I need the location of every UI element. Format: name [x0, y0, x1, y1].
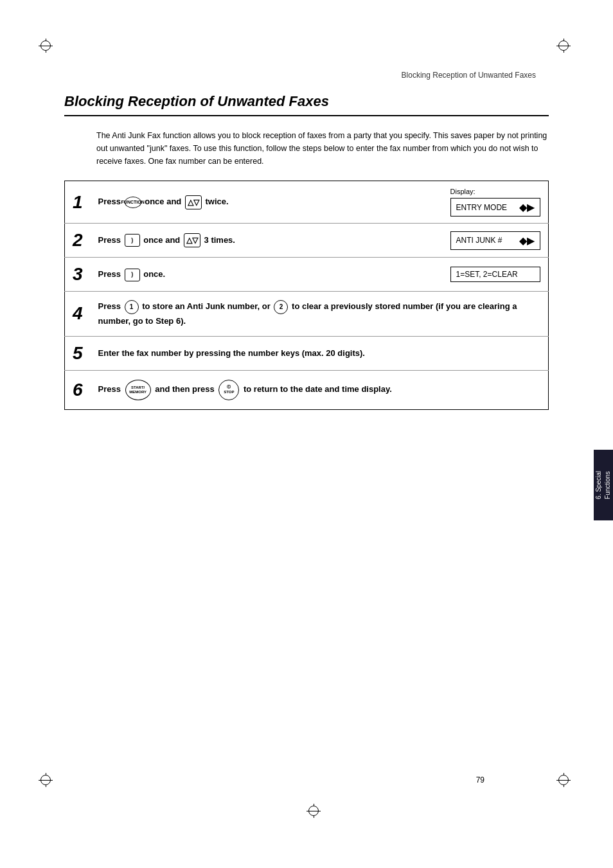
- step-4-content: Press 1 to store an Anti Junk number, or…: [91, 292, 549, 337]
- step-5-row: 5 Enter the fax number by pressing the n…: [65, 336, 549, 370]
- step-6-num: 6: [65, 370, 91, 409]
- set-button-icon-3: ): [125, 269, 140, 281]
- page-number: 79: [476, 775, 484, 784]
- step-5-num: 5: [65, 336, 91, 370]
- steps-table: 1 Press FUNCTION once and △▽ twice. Disp…: [64, 181, 549, 410]
- up-arrow-icon-2: △▽: [184, 233, 200, 247]
- step-6-content: Press START/MEMORY and then press ⒸSTOP …: [91, 370, 549, 409]
- set-button-icon-2: ): [125, 234, 140, 247]
- main-content: Blocking Reception of Unwanted Faxes The…: [64, 93, 549, 410]
- start-memory-button-icon: START/MEMORY: [125, 380, 151, 400]
- step-3-num: 3: [65, 258, 91, 292]
- function-button-icon: FUNCTION: [125, 197, 141, 208]
- step-1-display: Display: ENTRY MODE ◆▶: [443, 181, 549, 224]
- display-arrows-2: ◆▶: [519, 235, 535, 247]
- step-3-content: Press ) once.: [91, 258, 443, 292]
- display-box-3: 1=SET, 2=CLEAR: [450, 267, 541, 282]
- up-arrow-icon-1: △▽: [185, 195, 202, 209]
- display-label-1: Display:: [450, 188, 541, 195]
- page-header: Blocking Reception of Unwanted Faxes: [402, 71, 536, 80]
- stop-button-icon: ⒸSTOP: [218, 380, 239, 400]
- sidebar-tab-text: 6. SpecialFunctions: [594, 471, 612, 499]
- step-3-row: 3 Press ) once. 1=SET, 2=CLEAR: [65, 258, 549, 292]
- step-1-row: 1 Press FUNCTION once and △▽ twice. Disp…: [65, 181, 549, 224]
- step-3-display: 1=SET, 2=CLEAR: [443, 258, 549, 292]
- step-1-num: 1: [65, 181, 91, 224]
- sidebar-tab: 6. SpecialFunctions: [594, 450, 613, 520]
- intro-text: The Anti Junk Fax function allows you to…: [96, 129, 549, 168]
- step-2-num: 2: [65, 224, 91, 258]
- step-5-content: Enter the fax number by pressing the num…: [91, 336, 549, 370]
- step-4-num: 4: [65, 292, 91, 337]
- display-text-2: ANTI JUNK #: [456, 236, 502, 245]
- display-box-1: ENTRY MODE ◆▶: [450, 198, 541, 217]
- step-6-row: 6 Press START/MEMORY and then press ⒸSTO…: [65, 370, 549, 409]
- step-2-row: 2 Press ) once and △▽ 3 times. ANTI JUNK…: [65, 224, 549, 258]
- display-box-2: ANTI JUNK # ◆▶: [450, 231, 541, 250]
- display-text-1: ENTRY MODE: [456, 203, 508, 212]
- page-title: Blocking Reception of Unwanted Faxes: [64, 93, 549, 116]
- step-2-content: Press ) once and △▽ 3 times.: [91, 224, 443, 258]
- key-1-icon: 1: [125, 300, 139, 314]
- display-text-3: 1=SET, 2=CLEAR: [456, 270, 518, 279]
- step-2-display: ANTI JUNK # ◆▶: [443, 224, 549, 258]
- key-2-icon: 2: [274, 300, 288, 314]
- step-1-content: Press FUNCTION once and △▽ twice.: [91, 181, 443, 224]
- step-4-row: 4 Press 1 to store an Anti Junk number, …: [65, 292, 549, 337]
- display-arrows-1: ◆▶: [519, 201, 535, 213]
